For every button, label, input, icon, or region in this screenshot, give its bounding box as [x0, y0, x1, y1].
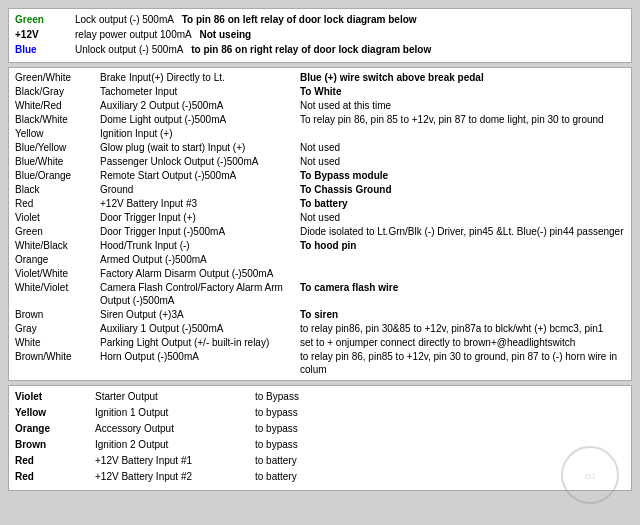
wire-col3: To relay pin 86, pin 85 to +12v, pin 87 … [300, 113, 625, 126]
wire-col1: Blue/Yellow [15, 141, 100, 154]
wire-col1: Violet/White [15, 267, 100, 280]
table-row: Yellow Ignition Input (+) [15, 127, 625, 140]
wire-col2: +12V Battery Input #3 [100, 197, 300, 210]
wire-col3: To battery [300, 197, 625, 210]
wire-col3: Blue (+) wire switch above break pedal [300, 71, 625, 84]
wire-col1: White [15, 336, 100, 349]
wire-col1: White/Red [15, 99, 100, 112]
wire-col3: To hood pin [300, 239, 625, 252]
wire-col3: Not used at this time [300, 99, 625, 112]
b-wire-instruction: to bypass [255, 406, 625, 420]
table-row: Black Ground To Chassis Ground [15, 183, 625, 196]
wire-col2: Door Trigger Input (+) [100, 211, 300, 224]
table-row: Black/Gray Tachometer Input To White [15, 85, 625, 98]
bottom-row-violet: Violet Starter Output to Bypass [15, 390, 625, 404]
bottom-row-orange: Orange Accessory Output to bypass [15, 422, 625, 436]
table-row: Black/White Dome Light output (-)500mA T… [15, 113, 625, 126]
wire-col3: To Bypass module [300, 169, 625, 182]
b-wire-instruction: to bypass [255, 422, 625, 436]
wire-col2: Factory Alarm Disarm Output (-)500mA [100, 267, 300, 280]
wire-col2: Parking Light Output (+/- built-in relay… [100, 336, 300, 349]
top-row-plus12v: +12V relay power output 100mA Not useing [15, 28, 625, 42]
b-wire-desc: Accessory Output [95, 422, 255, 436]
wire-color-green: Green [15, 13, 75, 27]
wire-col2: Auxiliary 2 Output (-)500mA [100, 99, 300, 112]
wire-col3: To White [300, 85, 625, 98]
b-wire-color: Brown [15, 438, 95, 452]
bottom-row-red2: Red +12V Battery Input #2 to battery [15, 470, 625, 484]
wire-col3: to relay pin86, pin 30&85 to +12v, pin87… [300, 322, 625, 335]
svg-text:DJ: DJ [585, 472, 595, 481]
wire-col2: Glow plug (wait to start) Input (+) [100, 141, 300, 154]
table-row: Orange Armed Output (-)500mA [15, 253, 625, 266]
table-row: Blue/Yellow Glow plug (wait to start) In… [15, 141, 625, 154]
b-wire-color: Red [15, 470, 95, 484]
wire-col2: Remote Start Output (-)500mA [100, 169, 300, 182]
b-wire-desc: Starter Output [95, 390, 255, 404]
b-wire-desc: Ignition 1 Output [95, 406, 255, 420]
watermark-icon: DJ [560, 445, 620, 505]
wire-col1: White/Violet [15, 281, 100, 294]
wire-col3: set to + onjumper connect directly to br… [300, 336, 625, 349]
b-wire-color: Orange [15, 422, 95, 436]
b-wire-color: Red [15, 454, 95, 468]
top-row-blue: Blue Unlock output (-) 500mA to pin 86 o… [15, 43, 625, 57]
wire-col3: To Chassis Ground [300, 183, 625, 196]
wire-col1: Blue/White [15, 155, 100, 168]
wire-color-plus12v: +12V [15, 28, 75, 42]
main-container: Green Lock output (-) 500mA To pin 86 on… [0, 0, 640, 525]
wire-col2: Passenger Unlock Output (-)500mA [100, 155, 300, 168]
wire-col1: Black/White [15, 113, 100, 126]
wire-col2: Camera Flash Control/Factory Alarm Arm O… [100, 281, 300, 307]
wire-col3: Not used [300, 155, 625, 168]
wire-col1: Brown [15, 308, 100, 321]
table-row: White/Black Hood/Trunk Input (-) To hood… [15, 239, 625, 252]
top-row-green: Green Lock output (-) 500mA To pin 86 on… [15, 13, 625, 27]
b-wire-color: Violet [15, 390, 95, 404]
wire-col1: Violet [15, 211, 100, 224]
wire-col1: Green/White [15, 71, 100, 84]
wire-col1: Blue/Orange [15, 169, 100, 182]
bottom-section: Violet Starter Output to Bypass Yellow I… [8, 385, 632, 491]
table-row: Blue/Orange Remote Start Output (-)500mA… [15, 169, 625, 182]
table-row: Brown Siren Output (+)3A To siren [15, 308, 625, 321]
wire-col1: Red [15, 197, 100, 210]
bottom-row-red1: Red +12V Battery Input #1 to battery [15, 454, 625, 468]
wire-col2: Hood/Trunk Input (-) [100, 239, 300, 252]
table-row: Brown/White Horn Output (-)500mA to rela… [15, 350, 625, 376]
wire-color-blue: Blue [15, 43, 75, 57]
table-row: Green/White Brake Input(+) Directly to L… [15, 71, 625, 84]
table-row: White/Red Auxiliary 2 Output (-)500mA No… [15, 99, 625, 112]
table-row: Gray Auxiliary 1 Output (-)500mA to rela… [15, 322, 625, 335]
table-row: White/Violet Camera Flash Control/Factor… [15, 281, 625, 307]
table-row: Violet/White Factory Alarm Disarm Output… [15, 267, 625, 280]
wire-col1: White/Black [15, 239, 100, 252]
wire-col2: Dome Light output (-)500mA [100, 113, 300, 126]
wire-col2: Brake Input(+) Directly to Lt. [100, 71, 300, 84]
b-wire-desc: +12V Battery Input #1 [95, 454, 255, 468]
table-row: White Parking Light Output (+/- built-in… [15, 336, 625, 349]
wire-col1: Orange [15, 253, 100, 266]
wire-col3: Not used [300, 141, 625, 154]
wire-col1: Yellow [15, 127, 100, 140]
wire-col2: Ignition Input (+) [100, 127, 300, 140]
b-wire-color: Yellow [15, 406, 95, 420]
b-wire-instruction: to Bypass [255, 390, 625, 404]
table-row: Blue/White Passenger Unlock Output (-)50… [15, 155, 625, 168]
wire-col3: Diode isolated to Lt.Grn/Blk (-) Driver,… [300, 225, 625, 238]
wire-desc-plus12v: relay power output 100mA Not useing [75, 28, 625, 42]
wire-col1: Black/Gray [15, 85, 100, 98]
wire-col3: To siren [300, 308, 625, 321]
wire-col1: Black [15, 183, 100, 196]
wire-col1: Gray [15, 322, 100, 335]
b-wire-desc: +12V Battery Input #2 [95, 470, 255, 484]
wire-col2: Armed Output (-)500mA [100, 253, 300, 266]
wire-col2: Siren Output (+)3A [100, 308, 300, 321]
wire-col2: Door Trigger Input (-)500mA [100, 225, 300, 238]
table-row: Red +12V Battery Input #3 To battery [15, 197, 625, 210]
wire-col1: Brown/White [15, 350, 100, 363]
table-row: Green Door Trigger Input (-)500mA Diode … [15, 225, 625, 238]
bottom-row-yellow: Yellow Ignition 1 Output to bypass [15, 406, 625, 420]
b-wire-desc: Ignition 2 Output [95, 438, 255, 452]
wire-col3: to relay pin 86, pin85 to +12v, pin 30 t… [300, 350, 625, 376]
